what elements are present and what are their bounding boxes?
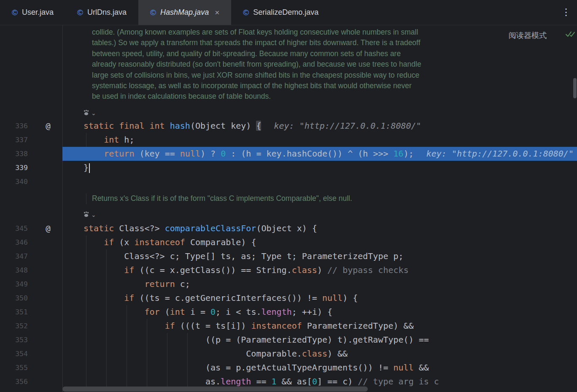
code-line-355[interactable]: 355 (as = p.getActualTypeArguments()) !=… [0, 361, 577, 375]
line-number[interactable]: 337 [0, 133, 28, 147]
code-line-345[interactable]: 345@static Class<?> comparableClassFor(O… [0, 222, 577, 235]
line-number[interactable]: 351 [0, 305, 28, 319]
code-text[interactable]: if (((t = ts[i]) instanceof Parameterize… [84, 319, 414, 333]
tab-urldns-java[interactable]: © UrlDns.java [65, 0, 138, 25]
java-class-icon: © [243, 8, 249, 16]
gutter-annotation-icon[interactable]: @ [42, 222, 54, 235]
code-line-346[interactable]: 346 if (x instanceof Comparable) { [0, 235, 577, 249]
tab-label: HashMap.java [160, 8, 209, 17]
indent-guide [86, 193, 86, 204]
code-text[interactable]: int h; [84, 133, 134, 147]
tab-hashmap-java[interactable]: © HashMap.java × [138, 0, 231, 25]
code-text[interactable]: } [84, 161, 90, 175]
code-text[interactable]: Class<?> c; Type[] ts, as; Type t; Param… [84, 249, 404, 263]
horizontal-scrollbar-thumb[interactable] [62, 387, 368, 392]
tab-options-kebab-icon[interactable]: ⋮ [561, 7, 571, 18]
tab-label: User.java [22, 8, 54, 17]
code-block-comparable-method: 345@static Class<?> comparableClassFor(O… [0, 222, 577, 389]
debugger-inline-hint: key: "http://127.0.0.1:8080/" [426, 149, 574, 159]
code-editor: collide. (Among known examples are sets … [0, 25, 577, 392]
code-text[interactable]: if ((c = x.getClass()) == String.class) … [84, 263, 409, 277]
code-text[interactable]: ((p = (ParameterizedType) t).getRawType(… [84, 333, 429, 347]
line-number[interactable]: 352 [0, 319, 28, 333]
rendered-doc-comment: collide. (Among known examples are sets … [92, 27, 421, 102]
code-text[interactable]: (as = p.getActualTypeArguments()) != nul… [84, 361, 429, 375]
java-class-icon: © [12, 8, 18, 16]
tab-label: UrlDns.java [87, 8, 127, 17]
code-line-349[interactable]: 349 return c; [0, 277, 577, 291]
code-text[interactable]: for (int i = 0; i < ts.length; ++i) { [84, 305, 332, 319]
code-text[interactable]: return c; [84, 277, 190, 291]
line-number[interactable]: 336 [0, 119, 28, 133]
line-number[interactable]: 346 [0, 235, 28, 249]
line-number[interactable]: 345 [0, 222, 28, 235]
vertical-scrollbar-thumb[interactable] [573, 78, 577, 98]
code-line-338[interactable]: 338 return (key == null) ? 0 : (h = key.… [0, 147, 577, 161]
paw-icon [83, 110, 90, 116]
code-text[interactable]: Comparable.class) && [84, 347, 348, 361]
text-caret [89, 163, 90, 173]
line-number[interactable]: 353 [0, 333, 28, 347]
toggle-rendered-doc-button[interactable]: ⌄ [83, 211, 96, 218]
code-line-353[interactable]: 353 ((p = (ParameterizedType) t).getRawT… [0, 333, 577, 347]
paw-icon [83, 211, 90, 218]
java-class-icon: © [150, 8, 156, 16]
line-number[interactable]: 354 [0, 347, 28, 361]
code-block-hash-method: 336@static final int hash(Object key) {k… [0, 119, 577, 189]
code-line-352[interactable]: 352 if (((t = ts[i]) instanceof Paramete… [0, 319, 577, 333]
code-line-347[interactable]: 347 Class<?> c; Type[] ts, as; Type t; P… [0, 249, 577, 263]
tab-user-java[interactable]: © User.java [0, 0, 65, 25]
line-number[interactable]: 348 [0, 263, 28, 277]
line-number[interactable]: 355 [0, 361, 28, 375]
line-number[interactable]: 339 [0, 161, 28, 175]
code-line-339[interactable]: 339} [0, 161, 577, 175]
line-number[interactable]: 340 [0, 175, 28, 189]
tab-label: SerializeDemo.java [253, 8, 318, 17]
code-line-351[interactable]: 351 for (int i = 0; i < ts.length; ++i) … [0, 305, 577, 319]
debugger-inline-hint: key: "http://127.0.0.1:8080/" [274, 121, 421, 131]
editor-tab-bar: © User.java © UrlDns.java © HashMap.java… [0, 0, 577, 25]
java-class-icon: © [77, 8, 83, 16]
code-text[interactable]: return (key == null) ? 0 : (h = key.hash… [84, 147, 574, 161]
code-text[interactable]: static final int hash(Object key) {key: … [84, 119, 421, 133]
rendered-doc-comment: Returns x's Class if it is of the form "… [92, 193, 352, 204]
code-text[interactable]: static Class<?> comparableClassFor(Objec… [84, 222, 317, 235]
inspections-ok-button[interactable] [565, 30, 575, 40]
line-number[interactable]: 347 [0, 249, 28, 263]
code-line-340[interactable]: 340 [0, 175, 577, 189]
double-checkmark-icon [565, 30, 575, 38]
chevron-down-icon: ⌄ [91, 110, 96, 116]
chevron-down-icon: ⌄ [91, 212, 96, 218]
code-text[interactable]: if ((ts = c.getGenericInterfaces()) != n… [84, 291, 358, 305]
line-number[interactable]: 349 [0, 277, 28, 291]
code-line-348[interactable]: 348 if ((c = x.getClass()) == String.cla… [0, 263, 577, 277]
line-number[interactable]: 356 [0, 375, 28, 389]
code-line-337[interactable]: 337 int h; [0, 133, 577, 147]
code-text[interactable]: if (x instanceof Comparable) { [84, 235, 256, 249]
line-number[interactable]: 338 [0, 147, 28, 161]
code-line-336[interactable]: 336@static final int hash(Object key) {k… [0, 119, 577, 133]
close-tab-icon[interactable]: × [215, 8, 219, 17]
line-number[interactable]: 350 [0, 291, 28, 305]
reader-mode-button[interactable]: 阅读器模式 [509, 30, 547, 41]
code-line-350[interactable]: 350 if ((ts = c.getGenericInterfaces()) … [0, 291, 577, 305]
gutter-annotation-icon[interactable]: @ [42, 119, 54, 133]
toggle-rendered-doc-button[interactable]: ⌄ [83, 110, 96, 116]
code-line-354[interactable]: 354 Comparable.class) && [0, 347, 577, 361]
tab-serializedemo-java[interactable]: © SerializeDemo.java [231, 0, 330, 25]
